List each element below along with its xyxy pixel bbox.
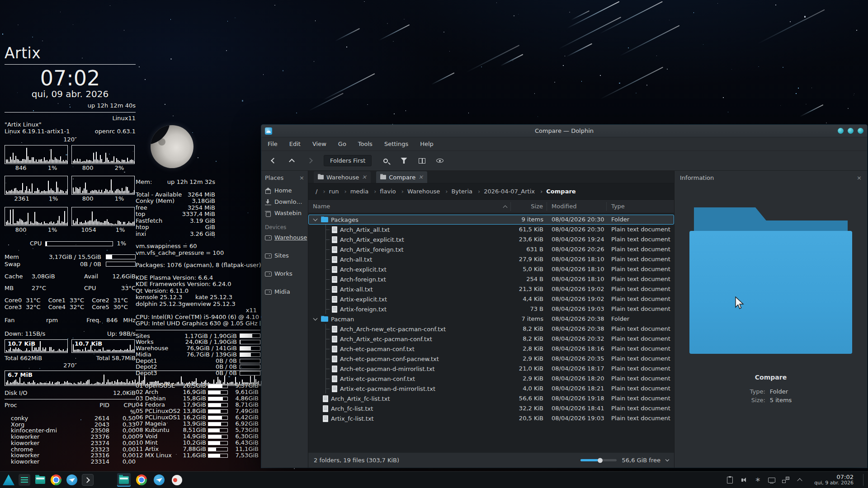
app-launcher-icon[interactable]	[3, 474, 14, 486]
column-header-name[interactable]: Name	[308, 202, 511, 211]
menu-item[interactable]: Settings	[384, 141, 408, 147]
file-row[interactable]: Packages 9 items 08/04/2026 20:30 Folder	[308, 215, 674, 225]
breadcrumb-item[interactable]: Warehouse	[397, 188, 441, 195]
places-device-item[interactable]: Warehouse	[261, 232, 308, 250]
task-media-player[interactable]	[170, 473, 184, 487]
chrome-pinned-icon[interactable]	[50, 474, 62, 486]
menu-item[interactable]: Tools	[358, 141, 373, 147]
breadcrumb-item[interactable]: Compare	[536, 188, 577, 195]
file-row[interactable]: Arch_Artix_all.txt 61,5 KiB 08/04/2026 2…	[308, 225, 674, 235]
mount-row: Depot3 0B / 0B	[136, 370, 260, 376]
file-row[interactable]: Pacman 7 items 08/04/2026 20:38 Folder	[308, 314, 674, 324]
file-name: Artix_fc-list.txt	[331, 415, 374, 422]
tab-close-icon[interactable]	[418, 175, 423, 179]
places-device-item[interactable]: Sites	[261, 250, 308, 268]
places-item[interactable]: Downloads	[261, 196, 308, 207]
tab-close-icon[interactable]	[362, 175, 367, 179]
show-desktop-button[interactable]	[863, 474, 865, 486]
close-panel-icon[interactable]	[857, 176, 862, 180]
telegram-pinned-icon[interactable]	[66, 474, 78, 486]
breadcrumb-item[interactable]: media	[340, 188, 369, 195]
file-row[interactable]: Artix-etc-pacman-d-mirrorlist.txt 4,0 Ki…	[308, 384, 674, 394]
back-button[interactable]	[267, 154, 280, 168]
file-row[interactable]: Artix-explicit.txt 4,4 KiB 08/04/2026 19…	[308, 294, 674, 304]
up-button[interactable]	[285, 154, 298, 168]
conky-kernel: Linux 6.19.11-artix1-1	[5, 128, 70, 135]
chevron-down-icon[interactable]	[665, 458, 669, 461]
column-header-type[interactable]: Type	[607, 202, 674, 211]
tab[interactable]: Warehouse	[314, 171, 371, 183]
minimize-button[interactable]	[838, 128, 844, 134]
expander-icon[interactable]	[313, 316, 318, 320]
file-row[interactable]: Artix-foreign.txt 73 B 08/04/2026 19:03 …	[308, 304, 674, 314]
close-button[interactable]	[858, 128, 863, 134]
file-row[interactable]: Arch-etc-pacman-conf-pacnew.txt 2,9 KiB …	[308, 354, 674, 364]
system-settings-icon[interactable]	[19, 474, 30, 486]
close-panel-icon[interactable]	[299, 176, 304, 180]
file-row[interactable]: Arch_Arch-new_etc-pacman-conf.txt 8,2 Ki…	[308, 324, 674, 334]
file-row[interactable]: Arch-explicit.txt 5,0 KiB 08/04/2026 18:…	[308, 264, 674, 274]
tab[interactable]: Compare	[376, 171, 427, 183]
breadcrumb-item[interactable]: run	[318, 188, 340, 195]
folders-first-button[interactable]: Folders First	[324, 155, 372, 166]
file-modified: 08/04/2026 18:41	[547, 404, 607, 413]
clock-widget[interactable]: 07:02 qui, 9 abr. 2026	[814, 474, 854, 486]
maximize-button[interactable]	[848, 128, 854, 134]
memory-row: Total - Available3264 MiB	[136, 192, 215, 198]
file-row[interactable]: Artix_fc-list.txt 20,5 KiB 08/04/2026 19…	[308, 413, 674, 423]
file-row[interactable]: Arch_Artix_foreign.txt 631 B 08/04/2026 …	[308, 244, 674, 254]
volume-tray-icon[interactable]	[740, 476, 748, 484]
file-size: 61,5 KiB	[511, 225, 547, 235]
memory-row: Fastfetch3.19 GiB	[136, 218, 215, 225]
places-device-item[interactable]: Works	[261, 268, 308, 286]
terminal-pinned-icon[interactable]	[82, 474, 94, 486]
clipboard-tray-icon[interactable]	[726, 476, 734, 484]
file-row[interactable]: Artix-etc-pacman-conf.txt 2,9 KiB 08/04/…	[308, 374, 674, 384]
file-row[interactable]: Arch_fc-list.txt 32,2 KiB 08/04/2026 18:…	[308, 404, 674, 413]
menu-item[interactable]: View	[312, 141, 326, 147]
task-chrome[interactable]	[135, 473, 148, 487]
folder-preview-icon	[689, 207, 852, 357]
breadcrumb-item[interactable]: Byteria	[441, 188, 473, 195]
breadcrumb-item[interactable]: 2026-04-07_Artix	[473, 188, 536, 195]
menu-item[interactable]: Go	[338, 141, 346, 147]
menu-item[interactable]: Edit	[289, 141, 301, 147]
column-header-modified[interactable]: Modified	[547, 202, 607, 211]
filter-button[interactable]	[397, 154, 410, 168]
file-row[interactable]: Arch-etc-pacman-d-mirrorlist.txt 21,0 Ki…	[308, 364, 674, 374]
slider-handle[interactable]	[598, 458, 603, 463]
task-dolphin[interactable]	[117, 473, 131, 487]
column-header-size[interactable]: Size	[511, 202, 547, 211]
file-row[interactable]: Arch_Artix_explicit.txt 23,6 KiB 08/04/2…	[308, 235, 674, 244]
file-row[interactable]: Arch_Artix_etc-pacman-conf.txt 8,2 KiB 0…	[308, 334, 674, 344]
titlebar[interactable]: Compare — Dolphin	[261, 125, 867, 137]
split-view-button[interactable]	[415, 154, 429, 168]
breadcrumb-item[interactable]: flavio	[369, 188, 397, 195]
display-tray-icon[interactable]	[768, 476, 776, 484]
places-device-item[interactable]: Midia	[261, 286, 308, 305]
menu-item[interactable]: File	[268, 141, 278, 147]
breadcrumb-item[interactable]: /	[315, 188, 318, 195]
file-row[interactable]: Arch-foreign.txt 254 B 08/04/2026 18:10 …	[308, 274, 674, 284]
dolphin-pinned-icon[interactable]	[34, 474, 46, 486]
tray-expand-icon[interactable]	[796, 476, 804, 484]
task-telegram[interactable]	[152, 473, 166, 487]
menu-item[interactable]: Help	[420, 141, 434, 147]
expander-icon[interactable]	[313, 216, 318, 221]
forward-button[interactable]	[303, 154, 316, 168]
file-row[interactable]: Arch_Artix_fc-list.txt 56,6 KiB 08/04/20…	[308, 394, 674, 404]
file-row[interactable]: Artix-all.txt 21,3 KiB 08/04/2026 19:02 …	[308, 284, 674, 294]
kdeconnect-tray-icon[interactable]	[754, 476, 762, 484]
file-size: 56,6 KiB	[511, 394, 547, 404]
zoom-slider[interactable]	[580, 459, 617, 461]
search-button[interactable]	[379, 154, 392, 168]
places-item[interactable]: Home	[261, 185, 308, 196]
file-row[interactable]: Arch-all.txt 27,9 KiB 08/04/2026 18:10 P…	[308, 254, 674, 264]
kde-version-lines: KDE Plasma Version: 6.6.4KDE Frameworks …	[136, 275, 260, 295]
file-name: Artix-etc-pacman-d-mirrorlist.txt	[340, 385, 435, 392]
file-row[interactable]: Arch-etc-pacman-conf.txt 2,8 KiB 08/04/2…	[308, 344, 674, 354]
network-tray-icon[interactable]	[782, 476, 790, 484]
places-item[interactable]: Wastebin	[261, 207, 308, 219]
preview-button[interactable]	[433, 154, 447, 168]
cpu-core-graph: 800 1%	[5, 207, 68, 236]
